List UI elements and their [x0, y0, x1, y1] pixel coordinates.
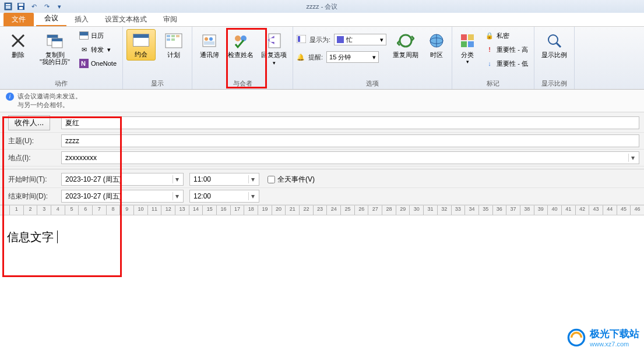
- group-label-show: 显示: [126, 78, 188, 89]
- svg-rect-36: [468, 41, 474, 47]
- response-options-button[interactable]: 回复选项 ▾: [259, 29, 289, 66]
- svg-rect-35: [461, 41, 467, 47]
- svg-point-24: [235, 36, 241, 41]
- schedule-icon: [164, 31, 183, 50]
- info-bar: i该会议邀请尚未发送。 与另一约会相邻。: [0, 90, 644, 112]
- svg-rect-1: [6, 4, 10, 5]
- tab-review[interactable]: 审阅: [155, 13, 185, 26]
- svg-rect-26: [269, 34, 280, 48]
- address-book-icon: [200, 31, 219, 50]
- categorize-button[interactable]: 分类▾: [456, 29, 479, 65]
- svg-rect-4: [19, 3, 23, 6]
- tab-file[interactable]: 文件: [3, 13, 34, 26]
- group-zoom: 显示比例 显示比例: [534, 27, 575, 89]
- info-text-2: 与另一约会相邻。: [17, 101, 69, 109]
- message-body[interactable]: 信息文字: [0, 215, 644, 259]
- undo-icon[interactable]: ↶: [29, 2, 38, 11]
- reminder-icon: 🔔: [297, 54, 305, 61]
- reminder-label: 提醒:: [308, 53, 323, 62]
- group-attendees: 通讯簿 检查姓名 回复选项 ▾ 与会者: [192, 27, 293, 89]
- end-date-combo[interactable]: 2023-10-27 (周五)▾: [61, 190, 184, 203]
- title-bar: ↶ ↷ ▾ zzzz - 会议: [0, 0, 644, 13]
- private-button[interactable]: 🔒私密: [483, 29, 530, 42]
- reminder-combo[interactable]: 15 分钟▾: [326, 51, 379, 63]
- tab-meeting[interactable]: 会议: [36, 12, 66, 26]
- delete-button[interactable]: 删除: [3, 29, 33, 58]
- watermark-name: 极光下载站: [590, 327, 639, 341]
- lock-icon: 🔒: [485, 31, 494, 40]
- svg-rect-2: [6, 6, 10, 9]
- forward-button[interactable]: ✉转发▾: [77, 43, 119, 56]
- redo-icon[interactable]: ↷: [42, 2, 51, 11]
- categorize-icon: [458, 31, 477, 50]
- svg-rect-11: [52, 38, 62, 41]
- group-tags: 分类▾ 🔒私密 !重要性 - 高 ↓重要性 - 低 标记: [452, 27, 534, 89]
- info-text-1: 该会议邀请尚未发送。: [17, 92, 82, 101]
- svg-point-21: [205, 37, 208, 41]
- show-as-icon: [297, 35, 306, 44]
- importance-high-button[interactable]: !重要性 - 高: [483, 43, 530, 56]
- start-date-combo[interactable]: 2023-10-27 (周五)▾: [61, 173, 184, 186]
- tab-insert[interactable]: 插入: [66, 13, 97, 26]
- delete-icon: [9, 31, 27, 50]
- save-icon[interactable]: [16, 2, 26, 11]
- globe-icon: [427, 31, 446, 50]
- start-time-combo[interactable]: 11:00▾: [189, 173, 259, 186]
- ribbon: 删除 复制到 "我的日历" 日历 ✉转发▾ NOneNote 动作 约会 计划: [0, 27, 644, 90]
- svg-point-29: [400, 35, 411, 47]
- to-button[interactable]: 收件人...: [8, 115, 50, 130]
- importance-low-icon: ↓: [485, 59, 494, 68]
- address-book-button[interactable]: 通讯簿: [196, 29, 223, 58]
- calendar-button[interactable]: 日历: [77, 29, 119, 42]
- svg-rect-17: [176, 35, 180, 37]
- svg-rect-19: [171, 38, 175, 41]
- recurrence-button[interactable]: 重复周期: [390, 29, 421, 58]
- watermark-url: www.xz7.com: [590, 341, 639, 348]
- group-options: 显示为: 忙▾ 🔔 提醒: 15 分钟▾ 重复周期 时区 选项: [293, 27, 452, 89]
- qat-more-icon[interactable]: ▾: [55, 2, 64, 11]
- tab-format[interactable]: 设置文本格式: [97, 13, 155, 26]
- zoom-icon: [545, 31, 564, 50]
- check-names-icon: [231, 31, 250, 50]
- response-options-icon: [265, 31, 283, 50]
- location-label: 地点(I):: [0, 153, 61, 163]
- meeting-form: 收件人... 主题(U): 地点(I): zxxxxxxxx▾ 开始时间(T):…: [0, 112, 644, 205]
- svg-rect-16: [171, 35, 175, 37]
- show-as-combo[interactable]: 忙▾: [334, 34, 386, 45]
- svg-rect-34: [468, 34, 474, 40]
- show-as-label: 显示为:: [309, 36, 330, 44]
- app-icon[interactable]: [3, 2, 13, 11]
- forward-icon: ✉: [79, 45, 89, 54]
- start-label: 开始时间(T):: [0, 175, 61, 185]
- importance-high-icon: !: [485, 45, 494, 54]
- watermark: 极光下载站 www.xz7.com: [566, 327, 639, 348]
- onenote-button[interactable]: NOneNote: [77, 57, 119, 70]
- all-day-checkbox[interactable]: 全天事件(V): [268, 175, 315, 185]
- group-label-tags: 标记: [456, 78, 530, 89]
- onenote-icon: N: [79, 59, 89, 68]
- location-field[interactable]: zxxxxxxxx▾: [61, 151, 639, 164]
- copy-to-calendar-button[interactable]: 复制到 "我的日历": [36, 29, 73, 65]
- group-label-options: 选项: [297, 78, 448, 89]
- svg-rect-33: [461, 34, 467, 40]
- svg-rect-9: [47, 35, 58, 38]
- svg-point-37: [548, 35, 558, 44]
- svg-rect-23: [204, 41, 214, 45]
- ribbon-tabs: 文件 会议 插入 设置文本格式 审阅: [0, 13, 644, 27]
- end-time-combo[interactable]: 12:00▾: [189, 190, 259, 203]
- svg-rect-15: [167, 35, 170, 37]
- svg-text:N: N: [81, 60, 86, 67]
- to-field[interactable]: [61, 116, 639, 129]
- check-names-button[interactable]: 检查姓名: [226, 29, 255, 58]
- svg-point-22: [209, 37, 213, 41]
- recurrence-icon: [396, 31, 415, 50]
- ruler: 1234567891011121314151617181920212223242…: [0, 205, 644, 215]
- group-label-actions: 动作: [3, 78, 119, 89]
- schedule-button[interactable]: 计划: [159, 29, 188, 58]
- zoom-button[interactable]: 显示比例: [538, 29, 571, 58]
- subject-field[interactable]: [61, 134, 639, 147]
- timezone-button[interactable]: 时区: [425, 29, 448, 58]
- importance-low-button[interactable]: ↓重要性 - 低: [483, 57, 530, 70]
- group-show: 约会 计划 显示: [123, 27, 192, 89]
- appointment-button[interactable]: 约会: [126, 29, 156, 61]
